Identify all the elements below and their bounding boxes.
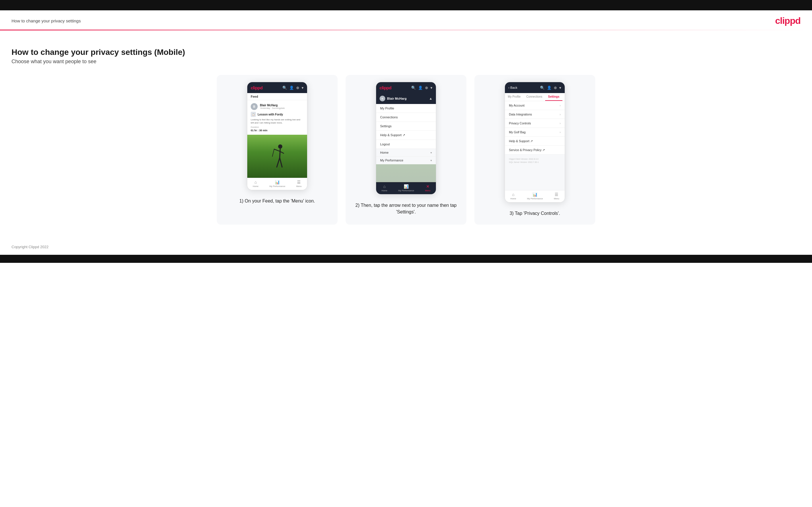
- tab-myprofile[interactable]: My Profile: [505, 93, 523, 101]
- setting-service-privacy[interactable]: Service & Privacy Policy ↗: [505, 146, 565, 155]
- footer-version-gql: GQL Server Version: 2022.7.30-1: [509, 161, 561, 164]
- step-1-card: clippd 🔍 👤 ⊕ ▾ Feed B Blair McHarg: [217, 75, 338, 225]
- settings-icon-2: ⊕: [425, 86, 428, 90]
- step2-nav-close: ✕ Menu: [425, 184, 430, 192]
- settings-icon-3: ⊕: [554, 86, 557, 90]
- step-2-menu: B Blair McHarg ▲ My Profile Connections …: [376, 93, 436, 164]
- privacy-controls-chevron: ›: [560, 121, 561, 125]
- main-content: How to change your privacy settings (Mob…: [0, 39, 812, 236]
- feed-duration-label: Duration: [251, 126, 304, 128]
- step-3-icons: 🔍 👤 ⊕ ▾: [540, 86, 561, 90]
- svg-line-2: [274, 149, 280, 151]
- menu-item-settings[interactable]: Settings: [376, 122, 436, 131]
- feed-label: Feed: [247, 93, 307, 100]
- menu-item-connections[interactable]: Connections: [376, 113, 436, 122]
- top-bar: [0, 0, 812, 10]
- menu-section-performance[interactable]: My Performance ▾: [376, 157, 436, 164]
- step-1-icons: 🔍 👤 ⊕ ▾: [283, 86, 304, 90]
- bottom-bar: [0, 255, 812, 263]
- setting-data-integrations[interactable]: Data Integrations ›: [505, 110, 565, 119]
- menu-item-help[interactable]: Help & Support ↗: [376, 131, 436, 140]
- search-icon-2: 🔍: [411, 86, 416, 90]
- step-3-footer: Clippd Client Version: 2022.8.3-3 GQL Se…: [505, 155, 565, 167]
- step3-performance-label: My Performance: [527, 198, 543, 200]
- step-3-settings-content: My Account › Data Integrations › Privacy…: [505, 101, 565, 190]
- step-1-topbar: clippd 🔍 👤 ⊕ ▾: [247, 82, 307, 93]
- feed-meta: Yesterday · Sunningdale: [260, 107, 285, 109]
- tab-connections[interactable]: Connections: [523, 93, 545, 101]
- menu-user-avatar: B: [379, 96, 385, 101]
- step3-home-icon: ⌂: [512, 192, 514, 197]
- step2-nav-performance: 📊 My Performance: [398, 184, 414, 192]
- step-2-caption: 2) Then, tap the arrow next to your name…: [353, 202, 459, 215]
- step-2-phone: clippd 🔍 👤 ⊕ ▾ B: [376, 82, 436, 194]
- profile-icon-3: 👤: [547, 86, 552, 90]
- step-2-card: clippd 🔍 👤 ⊕ ▾ B: [346, 75, 466, 225]
- my-golf-bag-chevron: ›: [560, 130, 561, 134]
- header-title: How to change your privacy settings: [11, 18, 81, 23]
- setting-help-support[interactable]: Help & Support ↗: [505, 137, 565, 146]
- chevron-icon: ▾: [302, 86, 304, 90]
- menu-icon: ☰: [297, 180, 301, 184]
- step3-menu-icon: ☰: [555, 192, 558, 197]
- menu-section-home[interactable]: Home ▾: [376, 149, 436, 157]
- chevron-icon-3: ▾: [559, 86, 561, 90]
- step-2-menu-content: B Blair McHarg ▲ My Profile Connections …: [376, 93, 436, 182]
- menu-section-home-label: Home: [380, 151, 389, 154]
- setting-my-account[interactable]: My Account ›: [505, 101, 565, 110]
- footer: Copyright Clippd 2022: [0, 236, 812, 255]
- feed-duration: 01 hr : 30 min: [251, 129, 304, 132]
- feed-avatar: B: [251, 103, 258, 110]
- svg-line-6: [272, 149, 274, 157]
- header-divider: [0, 30, 812, 31]
- nav-performance-label: My Performance: [269, 185, 285, 187]
- feed-lesson-row: 📋 Lesson with Fordy: [251, 112, 304, 117]
- step3-home-label: Home: [510, 198, 516, 200]
- data-integrations-chevron: ›: [560, 113, 561, 116]
- nav-home: ⌂ Home: [253, 180, 258, 187]
- nav-home-label: Home: [253, 185, 258, 187]
- setting-my-golf-bag[interactable]: My Golf Bag ›: [505, 128, 565, 137]
- menu-item-profile[interactable]: My Profile: [376, 104, 436, 113]
- step-3-card: ‹ Back 🔍 👤 ⊕ ▾ My Profile Connections Se…: [474, 75, 595, 225]
- settings-icon: ⊕: [296, 86, 299, 90]
- step-3-topbar: ‹ Back 🔍 👤 ⊕ ▾: [505, 82, 565, 93]
- search-icon: 🔍: [283, 86, 287, 90]
- feed-desc: Looking to feel like my hands are exitin…: [251, 118, 304, 124]
- page-subheading: Choose what you want people to see: [11, 59, 801, 65]
- step-3-bottombar: ⌂ Home 📊 My Performance ☰ Menu: [505, 190, 565, 202]
- step-1-caption: 1) On your Feed, tap the 'Menu' icon.: [239, 198, 315, 204]
- feed-post: B Blair McHarg Yesterday · Sunningdale 📋…: [247, 100, 307, 135]
- svg-line-5: [280, 158, 282, 167]
- home-icon: ⌂: [254, 180, 257, 184]
- help-support-label: Help & Support ↗: [509, 139, 533, 143]
- chevron-up-icon: ▲: [429, 97, 433, 101]
- setting-privacy-controls[interactable]: Privacy Controls ›: [505, 119, 565, 128]
- step3-menu-label: Menu: [554, 198, 559, 200]
- svg-point-0: [278, 145, 283, 149]
- step-2-topbar: clippd 🔍 👤 ⊕ ▾: [376, 82, 436, 93]
- nav-performance: 📊 My Performance: [269, 180, 285, 187]
- svg-line-4: [277, 158, 280, 167]
- step-1-logo: clippd: [251, 85, 262, 90]
- golfer-silhouette: [270, 143, 288, 175]
- my-account-chevron: ›: [560, 104, 561, 107]
- menu-item-logout[interactable]: Logout: [376, 140, 436, 149]
- step2-nav-home: ⌂ Home: [382, 184, 387, 192]
- step2-home-label: Home: [382, 189, 387, 192]
- service-privacy-label: Service & Privacy Policy ↗: [509, 148, 545, 152]
- steps-row: clippd 🔍 👤 ⊕ ▾ Feed B Blair McHarg: [11, 75, 801, 225]
- profile-icon-2: 👤: [418, 86, 423, 90]
- header: How to change your privacy settings clip…: [0, 10, 812, 30]
- svg-line-1: [280, 149, 281, 158]
- step-3-setting-list: My Account › Data Integrations › Privacy…: [505, 101, 565, 155]
- step3-performance-icon: 📊: [532, 192, 538, 197]
- step-2-icons: 🔍 👤 ⊕ ▾: [411, 86, 433, 90]
- menu-section-performance-label: My Performance: [380, 159, 403, 162]
- footer-version-client: Clippd Client Version: 2022.8.3-3: [509, 157, 561, 161]
- feed-golf-image: [247, 135, 307, 178]
- back-button[interactable]: ‹ Back: [508, 86, 517, 89]
- tab-settings[interactable]: Settings: [545, 93, 562, 101]
- performance-chevron-icon: ▾: [430, 159, 432, 162]
- step3-nav-home: ⌂ Home: [510, 192, 516, 200]
